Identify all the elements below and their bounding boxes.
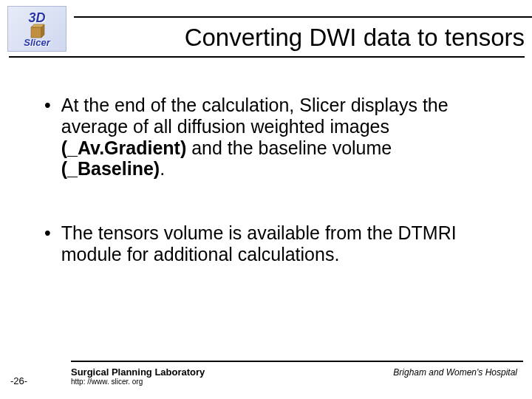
footer-hospital: Brigham and Women's Hospital	[393, 366, 523, 378]
title-underline	[9, 56, 525, 58]
bullet-mark-icon: •	[44, 222, 51, 265]
bullet-text: The tensors volume is available from the…	[61, 222, 495, 265]
slide-header: 3D Slicer Converting DWI data to tensors	[0, 0, 532, 58]
footer-url: http: //www. slicer. org	[71, 378, 205, 386]
bullet-item: • The tensors volume is available from t…	[44, 222, 495, 265]
slide-footer: -26- Surgical Planning Laboratory http: …	[0, 361, 532, 386]
logo-text-slicer: Slicer	[24, 38, 50, 47]
svg-marker-1	[31, 27, 41, 38]
title-area: Converting DWI data to tensors	[74, 16, 532, 58]
bullet-text: At the end of the calculation, Slicer di…	[61, 95, 495, 180]
bullet-item: • At the end of the calculation, Slicer …	[44, 95, 495, 180]
footer-lab-name: Surgical Planning Laboratory	[71, 366, 205, 378]
footer-rule	[71, 361, 523, 362]
slicer-logo: 3D Slicer	[7, 6, 66, 52]
page-number: -26-	[10, 375, 27, 386]
slide-body: • At the end of the calculation, Slicer …	[0, 58, 532, 265]
bullet-mark-icon: •	[44, 95, 51, 180]
slide-title: Converting DWI data to tensors	[74, 24, 525, 56]
